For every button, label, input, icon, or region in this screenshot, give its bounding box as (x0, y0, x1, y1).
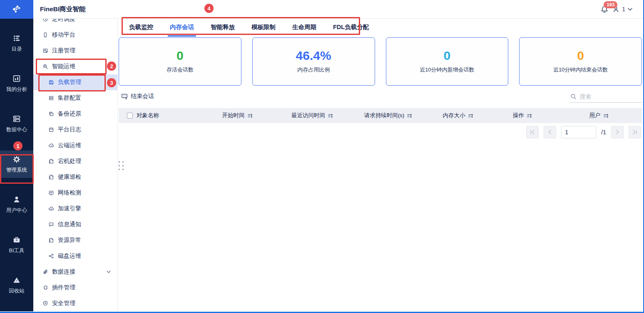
sort-icon (468, 113, 473, 118)
finebi-admin-page: FineBI商业智能 193 1 (0, 0, 644, 313)
nav-item-my-analysis[interactable]: 我的分析 (0, 70, 33, 98)
tab-label: 生命周期 (292, 23, 316, 31)
previous-page-button[interactable] (544, 126, 556, 138)
file-icon (48, 174, 54, 180)
load-management-icon (48, 79, 54, 85)
sort-icon (527, 113, 532, 118)
column-request-duration[interactable]: 请求持续时间(s) (350, 112, 427, 119)
column-label: 操作 (513, 112, 524, 119)
sidebar-item-label: 资源异常 (58, 237, 81, 244)
nav-item-label: BI工具 (9, 247, 25, 254)
sidebar-item-load-management[interactable]: 负载管理 (33, 74, 117, 90)
column-operation[interactable]: 操作 (489, 112, 556, 119)
tab-lifecycle[interactable]: 生命周期 (290, 19, 318, 37)
sidebar-item-health-check[interactable]: 健康巡检 (33, 169, 117, 185)
cluster-icon (48, 95, 54, 101)
end-session-icon (121, 93, 128, 100)
tab-smart-release[interactable]: 智能释放 (209, 19, 237, 37)
nav-item-user-center[interactable]: 用户中心 (0, 190, 33, 218)
sidebar-item-smart-ops[interactable]: 智能运维 (33, 59, 117, 74)
app-title: FineBI商业智能 (40, 5, 85, 14)
sidebar-item-resource-exception[interactable]: 资源异常 (33, 232, 117, 248)
session-table-header: 对象名称 开始时间 最近访问时间 请求持续时间(s) 内存大小 (119, 108, 642, 123)
next-page-button[interactable] (611, 126, 624, 138)
sidebar-item-mobile-platform[interactable]: 移动平台 (33, 27, 117, 43)
stat-value: 46.4% (296, 49, 331, 62)
main-content: 负载监控 内存会话 智能释放 模板限制 生命周期 FDL负载分配 0 存活会话数… (118, 19, 643, 311)
sidebar-item-backup-restore[interactable]: 备份还原 (33, 106, 117, 122)
nav-item-label: 用户中心 (6, 207, 27, 214)
column-label: 内存大小 (443, 112, 465, 119)
nav-item-recycle-bin[interactable]: 回收站 (0, 271, 33, 299)
admin-sidebar: 定时调度 移动平台 注册管理 智能运维 负载管理 (33, 19, 118, 311)
end-session-button[interactable]: 结束会话 (121, 93, 154, 100)
sidebar-item-network-detection[interactable]: 网络检测 (33, 185, 117, 201)
search-input[interactable] (580, 94, 630, 100)
select-all-checkbox[interactable] (127, 113, 133, 118)
chevron-up-icon (107, 65, 111, 68)
shield-icon (42, 301, 48, 306)
memory-tabs: 负载监控 内存会话 智能释放 模板限制 生命周期 FDL负载分配 (119, 19, 642, 37)
sidebar-item-label: 插件管理 (52, 284, 75, 291)
first-page-button[interactable] (526, 126, 539, 138)
first-page-icon (530, 129, 535, 135)
sidebar-item-registration[interactable]: 注册管理 (33, 43, 117, 59)
stat-card-new-sessions: 0 近10分钟内新增会话数 (386, 37, 509, 86)
column-user[interactable]: 用户 (556, 112, 642, 119)
sidebar-item-data-connection[interactable]: 数据连接 (33, 264, 117, 280)
gear-icon (12, 155, 21, 164)
stat-value: 0 (444, 49, 451, 62)
page-number-input[interactable] (561, 126, 596, 138)
chevron-right-icon (614, 129, 620, 135)
cloud-icon (48, 143, 54, 148)
stat-value: 0 (577, 49, 584, 62)
nav-item-bi-tools[interactable]: BI工具 (0, 231, 33, 259)
search-icon (570, 94, 577, 100)
user-center-icon (12, 195, 21, 204)
column-label: 请求持续时间(s) (364, 112, 405, 119)
nav-item-data-center[interactable]: 数据中心 (0, 110, 33, 138)
tab-load-monitoring[interactable]: 负载监控 (127, 19, 155, 37)
tab-template-limit[interactable]: 模板限制 (249, 19, 278, 37)
column-last-access-time[interactable]: 最近访问时间 (275, 112, 350, 119)
column-object-name[interactable]: 对象名称 (119, 112, 200, 119)
nav-item-catalog[interactable]: 目录 (0, 30, 33, 57)
sidebar-item-label: 数据连接 (52, 268, 75, 276)
column-label: 最近访问时间 (291, 112, 325, 119)
admin-sidebar-list: 定时调度 移动平台 注册管理 智能运维 负载管理 (33, 19, 117, 311)
column-start-time[interactable]: 开始时间 (200, 112, 275, 119)
end-session-label: 结束会话 (131, 93, 154, 100)
column-memory-size[interactable]: 内存大小 (427, 112, 489, 119)
sidebar-item-acceleration-engine[interactable]: 加速引擎 (33, 201, 117, 217)
sidebar-resize-handle[interactable] (119, 161, 124, 170)
log-icon (48, 127, 54, 133)
sidebar-item-cluster-config[interactable]: 集群配置 (33, 90, 117, 106)
stat-cards: 0 存活会话数 46.4% 内存占用比例 0 近10分钟内新增会话数 0 近10… (119, 37, 642, 86)
nav-item-label: 数据中心 (6, 126, 27, 133)
stat-label: 近10分钟内新增会话数 (420, 66, 474, 74)
sidebar-item-scheduler[interactable]: 定时调度 (33, 19, 117, 27)
sidebar-item-disk-ops[interactable]: 磁盘运维 (33, 248, 117, 264)
sidebar-item-cloud-ops[interactable]: 云端运维 (33, 138, 117, 153)
last-page-button[interactable] (629, 126, 641, 138)
sidebar-item-message-notification[interactable]: 信息通知 (33, 217, 117, 232)
sidebar-item-label: 定时调度 (52, 19, 75, 23)
nav-item-label: 我的分析 (6, 86, 27, 93)
file-icon (48, 158, 54, 164)
sidebar-item-plugin-management[interactable]: 插件管理 (33, 280, 117, 296)
sidebar-item-platform-log[interactable]: 平台日志 (33, 122, 117, 138)
notifications-button[interactable]: 193 (600, 5, 609, 13)
nav-item-admin-system[interactable]: 管理系统 (0, 150, 33, 178)
sidebar-item-downtime-handling[interactable]: 宕机处理 (33, 153, 117, 169)
sidebar-item-label: 注册管理 (52, 47, 75, 54)
stat-label: 存活会话数 (167, 66, 194, 74)
pagination: /1 (119, 123, 642, 141)
toolbox-icon (12, 235, 21, 244)
tab-memory-session[interactable]: 内存会话 (168, 19, 196, 37)
catalog-icon (12, 34, 21, 43)
sidebar-item-security-management[interactable]: 安全管理 (33, 296, 117, 311)
sidebar-item-label: 平台日志 (58, 126, 81, 133)
column-label: 对象名称 (137, 112, 159, 119)
tab-fdl-load-distribution[interactable]: FDL负载分配 (331, 19, 371, 37)
total-pages-label: /1 (601, 129, 606, 136)
